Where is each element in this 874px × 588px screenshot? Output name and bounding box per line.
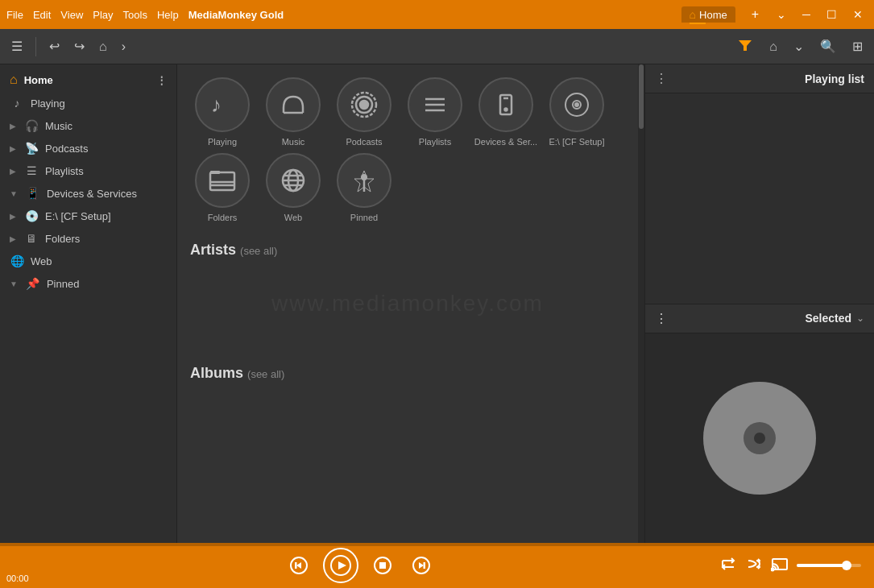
cf-setup-icon: 💿	[24, 209, 39, 222]
sidebar-label-web: Web	[31, 255, 52, 267]
sidebar-item-cf-setup[interactable]: ▶ 💿 E:\ [CF Setup]	[0, 205, 176, 227]
next-button[interactable]	[407, 551, 436, 580]
menu-tools[interactable]: Tools	[123, 9, 147, 21]
shortcut-label-music: Music	[282, 137, 305, 147]
devices-shortcut-icon	[478, 77, 533, 132]
menu-help[interactable]: Help	[157, 9, 179, 21]
svg-marker-32	[338, 561, 346, 569]
shortcut-music[interactable]: Music	[261, 77, 325, 147]
undo-button[interactable]: ↩	[44, 35, 64, 57]
repeat-button[interactable]	[719, 555, 737, 577]
album-art-area	[645, 333, 874, 544]
prev-button[interactable]	[284, 551, 313, 580]
playlists-arrow: ▶	[10, 167, 16, 176]
devices-arrow: ▼	[10, 189, 18, 198]
albums-content	[190, 391, 625, 488]
cast-button[interactable]	[771, 555, 789, 577]
search-button[interactable]: 🔍	[815, 35, 841, 57]
sidebar-item-playlists[interactable]: ▶ ☰ Playlists	[0, 159, 176, 182]
shuffle-button[interactable]	[745, 555, 763, 577]
sidebar-item-home[interactable]: ⌂ Home ⋮	[0, 68, 176, 92]
toolbar-right: ⌂ ⌄ 🔍 ⊞	[732, 34, 868, 60]
selected-chevron-icon[interactable]: ⌄	[856, 313, 864, 324]
shortcut-playlists[interactable]: Playlists	[403, 77, 467, 147]
forward-button[interactable]: ›	[117, 36, 130, 57]
selected-title: Selected	[805, 312, 851, 325]
shortcut-label-playing: Playing	[208, 137, 237, 147]
progress-bar[interactable]	[0, 543, 874, 546]
transport-controls	[0, 548, 719, 583]
shortcut-folders[interactable]: Folders	[190, 153, 255, 222]
home2-button[interactable]: ⌂	[764, 36, 782, 57]
shortcut-devices[interactable]: Devices & Ser...	[474, 77, 538, 147]
playing-list-menu-btn[interactable]: ⋮	[655, 71, 668, 86]
toolbar: ☰ ↩ ↪ ⌂ › ⌂ ⌄ 🔍 ⊞	[0, 29, 874, 64]
sidebar-label-playlists: Playlists	[45, 165, 84, 177]
add-tab-button[interactable]: +	[752, 7, 759, 22]
svg-point-5	[360, 101, 368, 109]
volume-track[interactable]	[797, 564, 861, 567]
svg-text:♪: ♪	[211, 93, 222, 117]
menu-view[interactable]: View	[60, 9, 83, 21]
shortcut-web[interactable]: Web	[261, 153, 325, 222]
shortcut-label-devices: Devices & Ser...	[474, 137, 537, 147]
selected-menu-btn[interactable]: ⋮	[655, 311, 668, 326]
content-scrollbar[interactable]	[638, 64, 644, 543]
sidebar: ⌂ Home ⋮ ♪ Playing ▶ 🎧 Music ▶ 📡 Podcast…	[0, 64, 177, 543]
podcasts-icon: 📡	[24, 142, 39, 155]
home-sidebar-icon: ⌂	[10, 72, 18, 87]
home-button[interactable]: ⌂	[94, 36, 112, 57]
pinned-icon: 📌	[26, 277, 40, 290]
volume-thumb[interactable]	[842, 561, 851, 570]
shortcut-cf-setup[interactable]: E:\ [CF Setup]	[545, 77, 609, 147]
win-dropdown[interactable]: ⌄	[772, 6, 791, 23]
win-maximize[interactable]: ☐	[822, 6, 842, 23]
svg-point-27	[361, 174, 367, 180]
shortcut-playing[interactable]: ♪ Playing	[190, 77, 255, 147]
menu-edit[interactable]: Edit	[33, 9, 51, 21]
svg-marker-0	[739, 40, 752, 51]
web-icon: 🌐	[10, 255, 24, 267]
sidebar-item-pinned[interactable]: ▼ 📌 Pinned	[0, 272, 176, 295]
playlists-shortcut-icon	[408, 77, 462, 132]
sidebar-label-pinned: Pinned	[47, 278, 79, 290]
sidebar-item-web[interactable]: 🌐 Web	[0, 250, 176, 272]
redo-button[interactable]: ↪	[69, 35, 89, 57]
playing-list-body	[645, 93, 874, 304]
volume-slider[interactable]	[797, 564, 861, 567]
time-display: 00:00	[6, 574, 29, 583]
svg-point-13	[505, 109, 507, 111]
more-dropdown-button[interactable]: ⌄	[789, 35, 809, 57]
window-controls: ⌄ ─ ☐ ✕	[772, 6, 868, 23]
home-tab[interactable]: ⌂ Home	[681, 6, 735, 23]
toolbar-separator-1	[35, 37, 36, 56]
home-more-btn[interactable]: ⋮	[156, 74, 167, 86]
albums-see-all[interactable]: (see all)	[247, 368, 284, 380]
artists-see-all[interactable]: (see all)	[240, 245, 277, 257]
layout-button[interactable]: ⊞	[847, 35, 868, 57]
hamburger-button[interactable]: ☰	[6, 35, 27, 57]
menu-bar: File Edit View Play Tools Help MediaMonk…	[6, 9, 669, 21]
app-name: MediaMonkey Gold	[188, 9, 284, 21]
menu-file[interactable]: File	[6, 9, 23, 21]
sidebar-label-music: Music	[45, 120, 72, 132]
shortcut-pinned[interactable]: Pinned	[332, 153, 396, 222]
sidebar-item-music[interactable]: ▶ 🎧 Music	[0, 114, 176, 137]
sidebar-label-devices: Devices & Services	[47, 188, 137, 200]
artists-title: Artists	[190, 242, 236, 258]
play-button[interactable]	[323, 548, 358, 583]
sidebar-item-playing[interactable]: ♪ Playing	[0, 92, 176, 114]
sidebar-item-podcasts[interactable]: ▶ 📡 Podcasts	[0, 137, 176, 159]
win-minimize[interactable]: ─	[797, 6, 815, 23]
shortcut-podcasts[interactable]: Podcasts	[332, 77, 396, 147]
menu-play[interactable]: Play	[93, 9, 113, 21]
titlebar: File Edit View Play Tools Help MediaMonk…	[0, 0, 874, 29]
podcasts-shortcut-icon	[337, 77, 391, 132]
sidebar-item-folders[interactable]: ▶ 🖥 Folders	[0, 227, 176, 250]
filter-icon[interactable]	[732, 34, 758, 60]
content-area: www.mediamonkey.com ♪ Playing	[177, 64, 638, 543]
sidebar-item-devices[interactable]: ▼ 📱 Devices & Services	[0, 182, 176, 205]
stop-button[interactable]	[368, 551, 397, 580]
scroll-thumb[interactable]	[639, 64, 644, 129]
win-close[interactable]: ✕	[848, 6, 868, 23]
